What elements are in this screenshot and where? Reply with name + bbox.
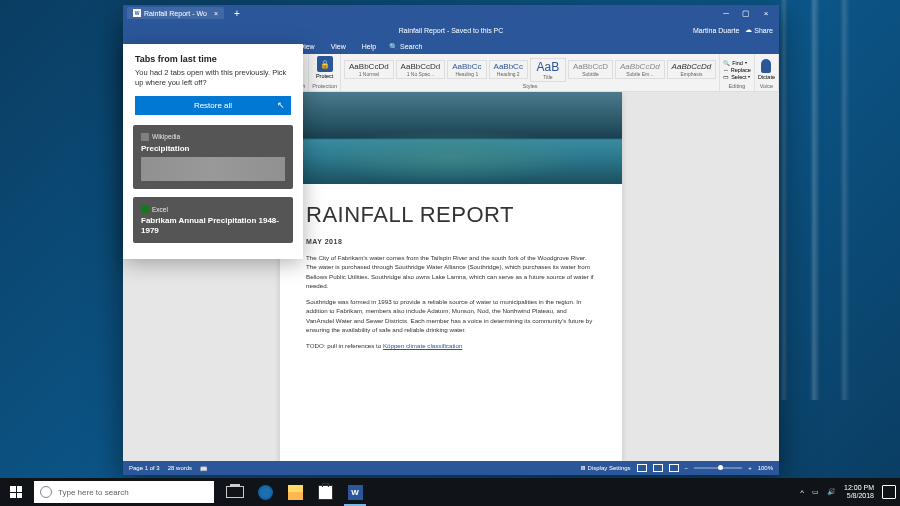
status-lang-icon[interactable]: 📖	[200, 465, 207, 472]
header-row: Rainfall Report - Saved to this PC Marti…	[123, 21, 779, 39]
flyout-subtext: You had 2 tabs open with this previously…	[123, 68, 303, 96]
koppen-link[interactable]: Köppen climate classification	[383, 342, 462, 349]
taskbar-explorer[interactable]	[280, 478, 310, 506]
tray-volume-icon[interactable]: 🔊	[827, 488, 836, 496]
view-web-icon[interactable]	[669, 464, 679, 472]
style-nospacing[interactable]: AaBbCcDd1 No Spac...	[396, 60, 446, 79]
ribbon-group-protection: 🔒 Protect Protection	[309, 54, 341, 91]
flyout-thumb-1	[141, 157, 285, 181]
taskbar-search[interactable]: Type here to search	[34, 481, 214, 503]
windows-logo-icon	[10, 486, 22, 498]
document-heading: RAINFALL REPORT	[306, 202, 596, 228]
window-controls: ─ ▢ ×	[717, 6, 775, 20]
close-tab-icon[interactable]: ×	[214, 10, 218, 17]
find-button[interactable]: 🔍Find▾	[723, 60, 751, 66]
style-subtleem[interactable]: AaBbCcDdSubtle Em...	[615, 60, 665, 79]
style-subtitle[interactable]: AaBbCcDSubtitle	[568, 60, 613, 79]
task-view-button[interactable]	[220, 478, 250, 506]
display-settings-button[interactable]: 🖥 Display Settings	[580, 465, 631, 471]
view-read-icon[interactable]	[637, 464, 647, 472]
maximize-button[interactable]: ▢	[737, 6, 755, 20]
taskbar-clock[interactable]: 12:00 PM 5/8/2018	[844, 484, 874, 499]
new-tab-button[interactable]: +	[228, 8, 246, 19]
search-icon: 🔍	[389, 43, 398, 51]
action-center-button[interactable]	[882, 485, 896, 499]
share-icon: ☁	[745, 26, 752, 34]
edge-icon	[258, 485, 273, 500]
ribbon-search[interactable]: 🔍 Search	[389, 43, 422, 51]
style-emphasis[interactable]: AaBbCcDdEmphasis	[667, 60, 717, 79]
document-hero-image	[280, 92, 622, 184]
zoom-level[interactable]: 100%	[758, 465, 773, 471]
document-title: Rainfall Report - Saved to this PC	[399, 27, 504, 34]
replace-button[interactable]: ↔Replace	[723, 67, 751, 73]
user-name[interactable]: Martina Duarte	[693, 27, 739, 34]
minimize-button[interactable]: ─	[717, 6, 735, 20]
ribbon-tab-help[interactable]: Help	[355, 41, 383, 52]
protect-icon[interactable]: 🔒	[317, 56, 333, 72]
tray-network-icon[interactable]: ▭	[812, 488, 819, 496]
microphone-icon	[761, 59, 771, 73]
word-taskbar-icon: W	[348, 485, 363, 500]
taskbar-word[interactable]: W	[340, 478, 370, 506]
document-paragraph-2: Southridge was formed in 1993 to provide…	[306, 297, 596, 334]
ribbon-group-voice: Dictate Voice	[755, 54, 779, 91]
zoom-in-button[interactable]: +	[748, 465, 752, 471]
display-icon: 🖥	[580, 465, 586, 471]
taskbar-edge[interactable]	[250, 478, 280, 506]
select-button[interactable]: ▭Select▾	[723, 74, 751, 80]
zoom-slider[interactable]	[694, 467, 742, 469]
close-button[interactable]: ×	[757, 6, 775, 20]
task-view-icon	[226, 486, 244, 498]
zoom-out-button[interactable]: −	[685, 465, 689, 471]
flyout-item-excel[interactable]: Excel Fabrikam Annual Precipitation 1948…	[133, 197, 293, 243]
store-icon	[318, 485, 333, 500]
document-page: RAINFALL REPORT MAY 2018 The City of Fab…	[280, 92, 622, 461]
tabs-flyout: Tabs from last time You had 2 tabs open …	[123, 44, 303, 259]
titlebar: W Rainfall Report - Wo × + ─ ▢ ×	[123, 5, 779, 21]
tray-overflow-button[interactable]: ^	[800, 488, 804, 497]
find-icon: 🔍	[723, 60, 730, 66]
status-words[interactable]: 28 words	[168, 465, 192, 472]
style-normal[interactable]: AaBbCcDd1 Normal	[344, 60, 394, 79]
excel-icon	[141, 205, 149, 213]
system-tray: ^ ▭ 🔊 12:00 PM 5/8/2018	[800, 484, 900, 499]
cortana-icon	[40, 486, 52, 498]
document-paragraph-1: The City of Fabrikam's water comes from …	[306, 253, 596, 290]
share-button[interactable]: ☁ Share	[745, 26, 773, 34]
dictate-button[interactable]: Dictate	[758, 59, 775, 80]
taskbar-store[interactable]	[310, 478, 340, 506]
style-title[interactable]: AaBTitle	[530, 58, 566, 82]
document-paragraph-3: TODO: pull in references to Köppen clima…	[306, 341, 596, 350]
select-icon: ▭	[723, 74, 729, 80]
ribbon-tab-view[interactable]: View	[324, 41, 353, 52]
style-heading1[interactable]: AaBbCcHeading 1	[447, 60, 486, 79]
app-tab-current[interactable]: W Rainfall Report - Wo ×	[127, 7, 224, 19]
restore-all-button[interactable]: Restore all ↖	[135, 96, 291, 115]
ribbon-group-editing: 🔍Find▾ ↔Replace ▭Select▾ Editing	[720, 54, 755, 91]
folder-icon	[288, 485, 303, 500]
status-page[interactable]: Page 1 of 3	[129, 465, 160, 472]
word-icon: W	[133, 9, 141, 17]
view-print-icon[interactable]	[653, 464, 663, 472]
flyout-item-wikipedia[interactable]: Wikipedia Precipitation	[133, 125, 293, 190]
flyout-heading: Tabs from last time	[123, 44, 303, 68]
tab-strip: W Rainfall Report - Wo × +	[127, 7, 717, 19]
statusbar: Page 1 of 3 28 words 📖 🖥 Display Setting…	[123, 461, 779, 475]
taskbar: Type here to search W ^ ▭ 🔊 12:00 PM 5/8…	[0, 478, 900, 506]
ribbon-group-styles: AaBbCcDd1 Normal AaBbCcDd1 No Spac... Aa…	[341, 54, 720, 91]
replace-icon: ↔	[723, 67, 729, 73]
tab-title: Rainfall Report - Wo	[144, 10, 207, 17]
start-button[interactable]	[0, 478, 32, 506]
style-heading2[interactable]: AaBbCcHeading 2	[489, 60, 528, 79]
wikipedia-icon	[141, 133, 149, 141]
cursor-icon: ↖	[277, 100, 285, 110]
document-date: MAY 2018	[306, 238, 596, 245]
